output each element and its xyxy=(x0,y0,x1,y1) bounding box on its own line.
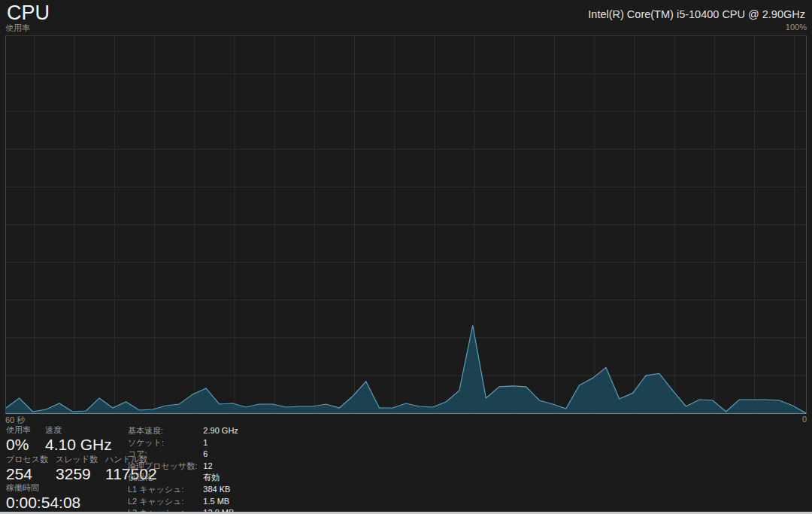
stat-threads: スレッド数 3259 xyxy=(56,455,98,482)
detail-base-speed-value: 2.90 GHz xyxy=(203,425,238,437)
page-title: CPU xyxy=(7,1,50,25)
chart-bottom-axis-row: 60 秒 0 xyxy=(5,415,807,426)
stat-utilization: 使用率 0% xyxy=(6,425,38,453)
detail-l2-cache-label: L2 キャッシュ: xyxy=(128,496,197,508)
stat-processes-label: プロセス数 xyxy=(6,455,48,464)
detail-sockets-label: ソケット: xyxy=(128,437,197,449)
stat-processes: プロセス数 254 xyxy=(6,455,48,482)
detail-l2-cache-value: 1.5 MB xyxy=(203,496,238,508)
stat-speed-label: 速度 xyxy=(45,425,112,435)
stat-utilization-label: 使用率 xyxy=(6,425,38,435)
stat-uptime-label: 稼働時間 xyxy=(6,483,80,493)
cpu-model-name: Intel(R) Core(TM) i5-10400 CPU @ 2.90GHz xyxy=(588,8,805,20)
stat-speed: 速度 4.10 GHz xyxy=(45,425,112,453)
cpu-usage-chart[interactable] xyxy=(5,35,807,414)
cpu-usage-area-plot xyxy=(6,36,806,413)
x-axis-left-label: 60 秒 xyxy=(5,415,25,426)
detail-sockets-value: 1 xyxy=(203,437,238,449)
stat-uptime: 稼働時間 0:00:54:08 xyxy=(6,483,80,511)
stat-threads-label: スレッド数 xyxy=(56,455,98,464)
detail-l1-cache-value: 384 KB xyxy=(203,484,238,496)
stat-speed-value: 4.10 GHz xyxy=(45,436,112,453)
detail-virtualization-label: 仮想化: xyxy=(128,472,197,484)
stats-row-uptime: 稼働時間 0:00:54:08 xyxy=(6,483,88,511)
cpu-details-list: 基本速度: 2.90 GHz ソケット: 1 コア: 6 論理プロセッサ数: 1… xyxy=(128,425,238,514)
y-axis-label: 使用率 xyxy=(5,23,30,34)
detail-logical-processors-value: 12 xyxy=(203,461,238,473)
stat-processes-value: 254 xyxy=(6,465,48,482)
y-axis-max-label: 100% xyxy=(786,23,807,34)
stat-utilization-value: 0% xyxy=(6,436,38,453)
stat-threads-value: 3259 xyxy=(56,465,98,482)
detail-l1-cache-label: L1 キャッシュ: xyxy=(128,484,197,496)
detail-base-speed-label: 基本速度: xyxy=(128,425,197,437)
detail-logical-processors-label: 論理プロセッサ数: xyxy=(128,461,197,473)
detail-virtualization-value: 有効 xyxy=(203,472,238,484)
stat-uptime-value: 0:00:54:08 xyxy=(6,494,80,511)
x-axis-right-label: 0 xyxy=(802,415,807,426)
detail-cores-label: コア: xyxy=(128,449,197,461)
task-manager-cpu-panel: CPU Intel(R) Core(TM) i5-10400 CPU @ 2.9… xyxy=(0,0,812,514)
chart-top-axis-row: 使用率 100% xyxy=(5,23,807,34)
stats-row-usage-speed: 使用率 0% 速度 4.10 GHz xyxy=(6,425,120,453)
detail-cores-value: 6 xyxy=(203,449,238,461)
